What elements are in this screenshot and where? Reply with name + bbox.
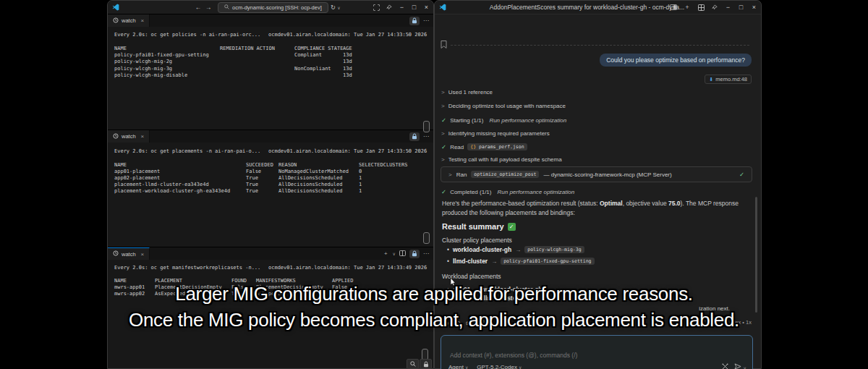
split-terminal-icon[interactable]	[399, 250, 406, 258]
window-title: AddonPlacementScores summary for workloa…	[485, 4, 689, 11]
sync-icon[interactable]: ↻∨	[331, 2, 341, 12]
chat-input-box[interactable]: Agent∨ GPT-5.2-Codex∨ ∨	[441, 335, 753, 369]
watch-icon	[113, 17, 119, 25]
terminal1-output: Every 2.0s: oc get policies -n ai-ran-pa…	[108, 27, 433, 130]
step-used-reference[interactable]: > Used 1 reference	[441, 89, 493, 96]
terminal-scroll-indicator[interactable]	[423, 232, 430, 244]
mode-selector[interactable]: Agent∨	[448, 364, 468, 369]
new-chat-icon[interactable]: +	[682, 2, 692, 12]
tools-icon[interactable]	[722, 363, 728, 369]
user-message: Could you please optimize based on perfo…	[600, 54, 752, 67]
check-icon: ✓	[441, 143, 446, 150]
tab-label: watch	[122, 17, 136, 24]
tab-close-icon[interactable]: ×	[141, 251, 145, 258]
command-center-search[interactable]: ocm-dynamic-scoring [SSH: ocp-dev]	[218, 2, 328, 13]
scroll-lock-icon[interactable]	[409, 250, 420, 258]
search-icon	[224, 4, 229, 11]
json-file-icon: {}	[470, 144, 476, 150]
more-actions-icon[interactable]: ⋯	[423, 133, 429, 140]
minimize-button[interactable]: −	[397, 4, 407, 11]
close-button[interactable]: ×	[422, 4, 431, 11]
scroll-lock-icon[interactable]	[409, 132, 420, 141]
step-starting[interactable]: ✓ Starting (1/1)Run performance optimiza…	[441, 116, 566, 124]
check-icon: ✓	[739, 171, 744, 178]
policy-chip: policy-wlcgh-mig-3g	[524, 246, 584, 253]
watch-command: Every 2.0s: oc get policies -n ai-ran-pa…	[114, 32, 260, 38]
check-icon: ✓	[441, 116, 446, 124]
watch-icon	[113, 250, 119, 258]
chevron-right-icon: >	[448, 171, 452, 178]
chat-input[interactable]	[448, 351, 668, 360]
terminal2-tab-watch[interactable]: watch ×	[108, 130, 150, 143]
mcp-tool-call[interactable]: > Ran optimize_optimize_post — dynamic-s…	[441, 166, 752, 182]
terminal-scroll-indicator[interactable]	[423, 121, 430, 132]
close-button[interactable]: ×	[749, 4, 759, 11]
chat-input-footer: Agent∨ GPT-5.2-Codex∨ ∨	[448, 363, 746, 369]
bookmark-icon[interactable]	[441, 41, 447, 50]
tab-label: watch	[122, 133, 136, 140]
new-terminal-icon[interactable]: +	[384, 250, 388, 257]
tab-label: watch	[122, 251, 136, 258]
terminal-lock-icon[interactable]	[420, 359, 432, 369]
watch-host-time: ocmdev01.airan.localdomain: Tue Jan 27 1…	[268, 265, 427, 271]
file-chip[interactable]: {} params_perf.json	[467, 143, 527, 150]
terminal-policies: watch × ⋯ Every 2.0s: oc get policies -n…	[108, 14, 433, 130]
vscode-logo-icon	[111, 2, 121, 12]
watch-host-time: ocmdev01.airan.localdomain: Tue Jan 27 1…	[268, 148, 427, 155]
more-actions-icon[interactable]: ⋯	[423, 250, 429, 257]
chevron-right-icon: >	[441, 130, 445, 137]
screen: ← → ocm-dynamic-scoring [SSH: ocp-dev] ↻…	[0, 0, 868, 369]
right-titlebar: AddonPlacementScores summary for workloa…	[435, 1, 761, 14]
more-actions-icon[interactable]: ⋯	[423, 17, 429, 24]
step-testing-call[interactable]: > Testing call with full payload despite…	[441, 156, 562, 163]
watch-icon	[113, 133, 119, 140]
send-icon[interactable]: ∨	[734, 363, 746, 369]
maximize-button[interactable]: □	[409, 4, 419, 11]
watch-command: Every 2.0s: oc get placements -n ai-ran-…	[114, 148, 260, 155]
nav-back-icon[interactable]: ←	[193, 2, 203, 12]
bullet-icon: •	[447, 246, 449, 253]
arrow-right-icon: →	[515, 247, 521, 253]
terminal1-tabbar: watch × ⋯	[108, 14, 433, 27]
nav-forward-icon[interactable]: →	[203, 2, 213, 12]
chevron-right-icon: >	[441, 103, 445, 109]
step-identifying-params[interactable]: > Identifying missing required parameter…	[441, 130, 550, 137]
step-deciding-tool[interactable]: > Deciding optimize tool usage with name…	[441, 103, 566, 109]
tab-close-icon[interactable]: ×	[141, 133, 145, 140]
left-titlebar: ← → ocm-dynamic-scoring [SSH: ocp-dev] ↻…	[108, 1, 433, 14]
pin-icon[interactable]	[710, 2, 720, 12]
toggle-panel-icon[interactable]	[668, 2, 678, 12]
caption-line1: Larger MIG configurations are applied fo…	[0, 283, 868, 305]
terminal1-tab-watch[interactable]: watch ×	[108, 14, 150, 27]
terminal-dropdown-icon[interactable]: ∨	[393, 251, 396, 256]
vscode-logo-icon	[438, 2, 448, 12]
cluster-placement-item: • llmd-cluster → policy-pfai01-fixed-gpu…	[447, 258, 595, 265]
bullet-icon: •	[447, 258, 449, 265]
screencast-corners-icon[interactable]	[371, 2, 381, 12]
scroll-lock-icon[interactable]	[409, 17, 420, 25]
terminal-placements: watch × ⋯ Every 2.0s: oc get placements …	[108, 130, 433, 247]
reference-badge[interactable]: ⬇ memo.md:48	[705, 75, 752, 84]
terminal-find-icon[interactable]	[407, 359, 419, 369]
terminal3-tab-watch[interactable]: watch ×	[108, 247, 150, 260]
arrow-right-icon: →	[491, 258, 497, 265]
result-summary-heading: Result summary ✓	[442, 222, 516, 231]
tab-close-icon[interactable]: ×	[141, 17, 145, 24]
chevron-right-icon: >	[441, 89, 445, 96]
tool-name-chip: optimize_optimize_post	[471, 171, 539, 178]
model-selector[interactable]: GPT-5.2-Codex∨	[477, 364, 522, 369]
maximize-button[interactable]: □	[736, 4, 746, 11]
result-intro-paragraph: Here's the performance-based optimizatio…	[442, 199, 754, 217]
step-read-file[interactable]: ✓ Read {} params_perf.json	[441, 143, 527, 150]
customize-layout-icon[interactable]	[696, 2, 706, 12]
terminal2-output: Every 2.0s: oc get placements -n ai-ran-…	[108, 143, 433, 247]
watch-host-time: ocmdev01.airan.localdomain: Tue Jan 27 1…	[268, 32, 427, 38]
minimize-button[interactable]: −	[723, 4, 733, 11]
step-completed[interactable]: ✓ Completed (1/1)Run performance optimiz…	[441, 188, 574, 195]
policy-chip: policy-pfai01-fixed-gpu-setting	[501, 258, 594, 265]
terminal2-tabbar: watch × ⋯	[108, 130, 433, 143]
pin-icon[interactable]	[384, 2, 394, 12]
check-icon: ✓	[441, 188, 446, 195]
cluster-placements-label: Cluster policy placements	[442, 237, 512, 244]
window-title-text: ocm-dynamic-scoring [SSH: ocp-dev]	[232, 4, 322, 11]
